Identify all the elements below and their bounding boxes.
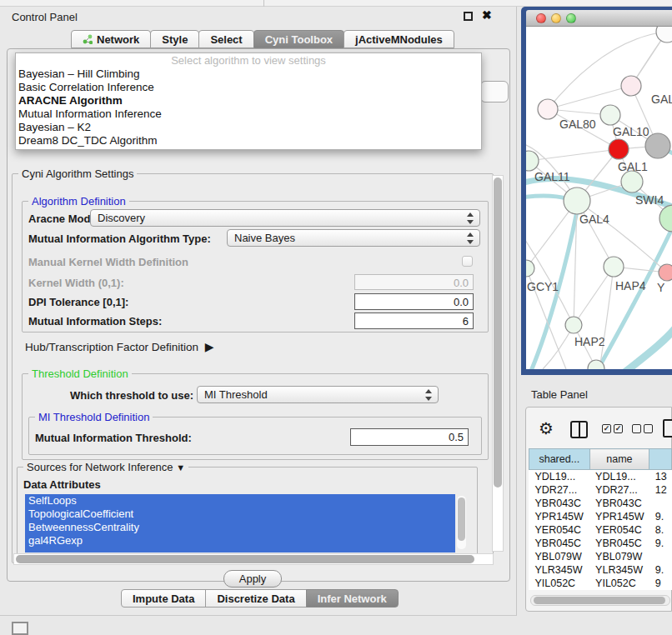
tab-select[interactable]: Select: [198, 30, 253, 48]
network-edge: [548, 86, 631, 109]
network-node-gal1[interactable]: [621, 171, 643, 192]
table-cell: YBL079W: [589, 550, 649, 563]
attribute-item-betweennesscentrality[interactable]: BetweennessCentrality: [25, 521, 455, 534]
table-row[interactable]: YBR045CYBR045C9.: [529, 537, 672, 550]
network-node-hap2[interactable]: [565, 317, 582, 333]
float-window-icon[interactable]: [464, 12, 473, 21]
dropdown-item-mutual-information-inference[interactable]: Mutual Information Inference: [16, 108, 481, 121]
table-cell: YBR043C: [529, 497, 590, 510]
network-node-gcy1[interactable]: [526, 260, 534, 277]
dropdown-item-basic-correlation-inference[interactable]: Basic Correlation Inference: [16, 81, 481, 94]
table-cell: YDR27...: [589, 483, 649, 497]
minimize-traffic-light-icon[interactable]: [551, 13, 561, 23]
table-row[interactable]: YBL079WYBL079W: [529, 550, 672, 563]
table-cell: YLR345W: [529, 563, 590, 577]
network-window-titlebar[interactable]: [526, 10, 672, 27]
network-node-salmon[interactable]: [659, 264, 672, 281]
network-node-pink[interactable]: [621, 76, 641, 96]
table-header-row: shared...name: [529, 449, 672, 470]
node-label-gcy1: GCY1: [527, 280, 559, 293]
table-cell: 9.: [649, 563, 672, 577]
node-label-hap2: HAP2: [574, 335, 605, 348]
expand-right-icon: ▶: [202, 340, 214, 353]
data-attributes-list[interactable]: SelfLoopsTopologicalCoefficientBetweenne…: [25, 494, 455, 552]
which-threshold-label: Which threshold to use:: [70, 389, 193, 402]
sources-group-title[interactable]: Sources for Network Inference ▼: [23, 461, 188, 473]
hub-definition-toggle[interactable]: Hub/Transcription Factor Definition ▶: [25, 340, 214, 353]
table-row[interactable]: YDR27...YDR27...12: [529, 483, 672, 497]
mi-type-label: Mutual Information Algorithm Type:: [28, 232, 211, 245]
network-edge: [624, 325, 672, 369]
table-horizontal-scrollbar[interactable]: [530, 595, 670, 606]
tab-cyni-toolbox[interactable]: Cyni Toolbox: [253, 30, 344, 48]
tab-network[interactable]: Network: [71, 30, 151, 48]
column-header-name[interactable]: name: [589, 449, 649, 470]
node-label-swi4: SWI4: [635, 193, 664, 207]
manual-kernel-checkbox[interactable]: [462, 256, 473, 267]
tab-style[interactable]: Style: [150, 30, 199, 48]
table-row[interactable]: YPR145WYPR145W9.: [529, 510, 672, 523]
attribute-item-gal4rgexp[interactable]: gal4RGexp: [25, 534, 455, 548]
tab-label: Style: [162, 31, 188, 48]
attributes-list-scrollbar[interactable]: [457, 496, 466, 549]
table-cell: YBR045C: [529, 537, 590, 550]
table-row[interactable]: YIL052CYIL052C9: [529, 577, 672, 590]
gear-icon[interactable]: ⚙: [539, 418, 554, 438]
column-header-shared[interactable]: shared...: [529, 449, 590, 470]
close-icon[interactable]: ✖: [482, 8, 492, 22]
table-cell: 12: [649, 483, 672, 497]
split-columns-icon[interactable]: [570, 421, 588, 438]
kernel-width-field[interactable]: 0.0: [354, 274, 474, 290]
mi-threshold-field[interactable]: 0.5: [350, 428, 469, 446]
network-node-swi4[interactable]: [659, 205, 672, 232]
attribute-item-selfloops[interactable]: SelfLoops: [25, 494, 455, 508]
tab-impute-data[interactable]: Impute Data: [121, 589, 206, 608]
column-header-partial[interactable]: [649, 449, 672, 470]
tab-discretize-data[interactable]: Discretize Data: [205, 589, 306, 608]
document-icon[interactable]: [663, 419, 672, 438]
aracne-mode-combobox[interactable]: Discovery: [90, 209, 480, 227]
table-row[interactable]: YDL19...YDL19...13: [529, 470, 672, 483]
which-threshold-combobox[interactable]: MI Threshold: [197, 386, 439, 403]
node-table[interactable]: shared...name YDL19...YDL19...13YDR27...…: [529, 448, 672, 590]
attribute-item-topologicalcoefficient[interactable]: TopologicalCoefficient: [25, 508, 455, 521]
table-cell: YPR145W: [589, 510, 649, 523]
dropdown-item-bayesian-hill-climbing[interactable]: Bayesian – Hill Climbing: [16, 68, 481, 81]
mi-steps-field[interactable]: 6: [354, 312, 474, 329]
network-node-red[interactable]: [609, 139, 629, 159]
table-row[interactable]: YER054CYER054C8.: [529, 523, 672, 537]
aracne-mode-value: Discovery: [98, 212, 145, 224]
top-strip-divider: [263, 0, 264, 7]
table-cell: YBR045C: [589, 537, 649, 550]
network-node-gal10[interactable]: [600, 105, 620, 125]
tab-jactivemnodules[interactable]: jActiveMNodules: [344, 30, 454, 48]
minimized-panel-chip[interactable]: [12, 622, 28, 635]
dpi-tolerance-field[interactable]: 0.0: [354, 293, 474, 310]
tab-infer-network[interactable]: Infer Network: [306, 589, 399, 608]
network-node-hap4[interactable]: [604, 257, 624, 277]
tab-label: Infer Network: [318, 590, 387, 608]
zoom-traffic-light-icon[interactable]: [566, 13, 576, 23]
combo-stepper-icon: [466, 212, 474, 224]
mi-type-combobox[interactable]: Naive Bayes: [227, 229, 480, 247]
dropdown-item-aracne-algorithm[interactable]: ARACNE Algorithm: [16, 94, 481, 108]
network-node-gal4[interactable]: [564, 188, 590, 214]
table-row[interactable]: YBR043CYBR043C: [529, 497, 672, 510]
network-node-top[interactable]: [656, 27, 672, 42]
kernel-width-label: Kernel Width (0,1):: [28, 277, 124, 289]
network-node-gal80[interactable]: [538, 99, 558, 119]
network-canvas[interactable]: GALGAL80GAL10GAL1GAL11SWI4GAL4GCY1HAP4YH…: [526, 27, 672, 369]
attribute-item-partial[interactable]: [25, 548, 455, 552]
select-all-checkboxes-icon[interactable]: ✓✓: [602, 424, 623, 433]
close-traffic-light-icon[interactable]: [536, 13, 546, 23]
node-label-gal4: GAL4: [579, 212, 609, 226]
deselect-all-checkboxes-icon[interactable]: [632, 424, 653, 433]
settings-horizontal-scrollbar[interactable]: [13, 553, 494, 565]
apply-button[interactable]: Apply: [223, 570, 282, 588]
sources-title-text: Sources for Network Inference: [27, 461, 173, 473]
dropdown-item-dream8-dc-tdc-algorithm[interactable]: Dream8 DC_TDC Algorithm: [16, 134, 481, 148]
dropdown-item-bayesian-k2[interactable]: Bayesian – K2: [16, 121, 481, 134]
table-row[interactable]: YLR345WYLR345W9.: [529, 563, 672, 577]
settings-vertical-scrollbar[interactable]: [492, 175, 504, 552]
table-cell: YPR145W: [529, 510, 590, 523]
